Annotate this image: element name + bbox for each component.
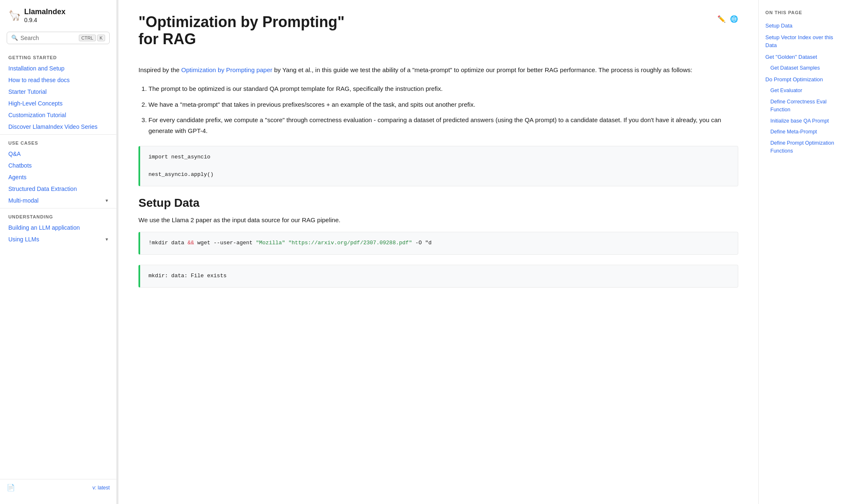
search-icon: 🔍: [11, 35, 18, 41]
sidebar-item-structured-data[interactable]: Structured Data Extraction: [0, 183, 116, 195]
globe-icon[interactable]: 🌐: [730, 15, 738, 23]
ctrl-key: CTRL: [79, 35, 96, 41]
llama-icon: 🦙: [8, 10, 21, 21]
toc-item-setup-data[interactable]: Setup Data: [759, 20, 850, 32]
version-badge[interactable]: v: latest: [93, 485, 110, 491]
sidebar-item-video-series[interactable]: Discover LlamaIndex Video Series: [0, 121, 116, 133]
toc-item-get-evaluator[interactable]: Get Evaluator: [759, 85, 850, 96]
optimization-paper-link[interactable]: Optimization by Prompting paper: [181, 66, 272, 73]
toc-title: ON THIS PAGE: [759, 10, 850, 20]
code-block-1: import nest_asyncio nest_asyncio.apply(): [138, 146, 738, 186]
app-name: LlamaIndex: [24, 8, 65, 17]
setup-data-text: We use the Llama 2 paper as the input da…: [138, 215, 738, 226]
sidebar-item-how-to-read[interactable]: How to read these docs: [0, 74, 116, 86]
chevron-down-icon-2: ▾: [106, 236, 108, 242]
process-list: The prompt to be optimized is our standa…: [138, 83, 738, 136]
list-item-2: We have a "meta-prompt" that takes in pr…: [148, 99, 738, 110]
docs-icon[interactable]: 📄: [7, 484, 15, 491]
intro-paragraph: Inspired by the Optimization by Promptin…: [138, 65, 738, 75]
sidebar-item-agents[interactable]: Agents: [0, 171, 116, 183]
toc-item-correctness-eval[interactable]: Define Correctness Eval Function: [759, 96, 850, 115]
sidebar-item-installation[interactable]: Installation and Setup: [0, 63, 116, 74]
toc-item-meta-prompt[interactable]: Define Meta-Prompt: [759, 126, 850, 138]
main-content: "Optimization by Prompting" for RAG ✏️ 🌐…: [118, 0, 758, 504]
code-block-3: mkdir: data: File exists: [138, 265, 738, 288]
search-shortcut: CTRL K: [79, 35, 105, 41]
list-item-3: For every candidate prefix, we compute a…: [148, 115, 738, 136]
code-content-1: import nest_asyncio nest_asyncio.apply(): [148, 153, 729, 179]
section-label-use-cases: USE CASES: [0, 136, 116, 148]
sidebar-item-high-level[interactable]: High-Level Concepts: [0, 98, 116, 109]
toc-item-golden-dataset[interactable]: Get "Golden" Dataset: [759, 51, 850, 63]
toc-sidebar: ON THIS PAGE Setup Data Setup Vector Ind…: [758, 0, 850, 504]
toolbar-icons: ✏️ 🌐: [717, 15, 738, 23]
toc-item-dataset-samples[interactable]: Get Dataset Samples: [759, 63, 850, 74]
toc-item-optimization-functions[interactable]: Define Prompt Optimization Functions: [759, 138, 850, 157]
left-sidebar: 🦙 LlamaIndex 0.9.4 🔍 Search CTRL K GETTI…: [0, 0, 117, 504]
toc-item-init-qa-prompt[interactable]: Initialize base QA Prompt: [759, 115, 850, 127]
list-item-1: The prompt to be optimized is our standa…: [148, 83, 738, 94]
code-block-2: !mkdir data && wget --user-agent "Mozill…: [138, 232, 738, 255]
chevron-down-icon: ▾: [106, 198, 108, 203]
sidebar-item-customization[interactable]: Customization Tutorial: [0, 109, 116, 121]
toc-item-vector-index[interactable]: Setup Vector Index over this Data: [759, 32, 850, 51]
code-content-2: !mkdir data && wget --user-agent "Mozill…: [148, 239, 729, 248]
section-label-getting-started: GETTING STARTED: [0, 51, 116, 63]
page-title: "Optimization by Prompting" for RAG: [138, 13, 345, 48]
k-key: K: [97, 35, 105, 41]
sidebar-item-using-llms[interactable]: Using LLMs ▾: [0, 233, 116, 245]
code-content-3: mkdir: data: File exists: [148, 272, 729, 281]
toc-item-do-prompt[interactable]: Do Prompt Optimization: [759, 74, 850, 85]
sidebar-item-building-llm[interactable]: Building an LLM application: [0, 222, 116, 233]
sidebar-item-starter-tutorial[interactable]: Starter Tutorial: [0, 86, 116, 98]
sidebar-item-chatbots[interactable]: Chatbots: [0, 160, 116, 171]
sidebar-footer: 📄 v: latest: [0, 479, 116, 496]
page-header-row: "Optimization by Prompting" for RAG ✏️ 🌐: [138, 13, 738, 56]
setup-data-title: Setup Data: [138, 196, 738, 210]
app-version: 0.9.4: [24, 17, 65, 23]
edit-icon[interactable]: ✏️: [717, 15, 726, 23]
sidebar-item-multimodal[interactable]: Multi-modal ▾: [0, 195, 116, 206]
sidebar-header: 🦙 LlamaIndex 0.9.4: [0, 0, 116, 28]
section-label-understanding: UNDERSTANDING: [0, 210, 116, 222]
search-placeholder: Search: [20, 35, 76, 41]
sidebar-item-qa[interactable]: Q&A: [0, 148, 116, 160]
search-box[interactable]: 🔍 Search CTRL K: [7, 32, 110, 44]
